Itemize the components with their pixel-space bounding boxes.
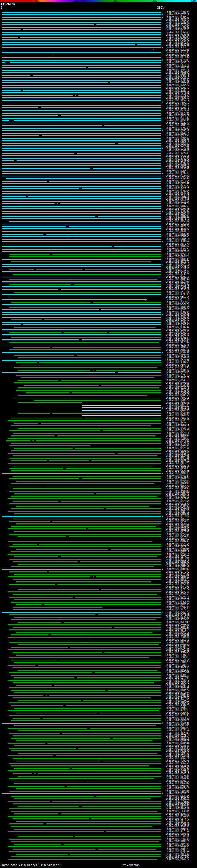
hit-bar-segment[interactable] <box>11 551 161 552</box>
hit-bar-segment[interactable] <box>2 236 161 237</box>
hit-bar-segment[interactable] <box>2 57 161 58</box>
hit-bar-segment[interactable] <box>9 763 161 764</box>
hit-bar-segment[interactable] <box>9 491 161 492</box>
hit-bar-segment[interactable] <box>14 617 161 618</box>
hit-bar-segment[interactable] <box>2 120 9 121</box>
hit-bar-segment[interactable] <box>12 682 154 683</box>
hit-bar-segment[interactable] <box>36 440 161 441</box>
hit-bar-segment[interactable] <box>2 330 161 331</box>
hit-bar-segment[interactable] <box>98 614 161 615</box>
hit-bar-segment[interactable] <box>75 448 161 448</box>
hit-bar-segment[interactable] <box>16 632 153 633</box>
hit-bar-segment[interactable] <box>2 92 161 93</box>
hit-bar-segment[interactable] <box>9 629 161 630</box>
hit-bar-segment[interactable] <box>2 67 86 68</box>
hit-bar-segment[interactable] <box>16 655 162 655</box>
hit-bar-segment[interactable] <box>9 284 71 285</box>
hit-bar-segment[interactable] <box>9 279 157 280</box>
hit-bar-segment[interactable] <box>2 85 161 86</box>
hit-bar-segment[interactable] <box>2 516 161 517</box>
hit-bar-segment[interactable] <box>2 234 43 235</box>
hit-bar-segment[interactable] <box>14 662 161 663</box>
hit-bar-segment[interactable] <box>2 110 161 111</box>
hit-bar-segment[interactable] <box>64 332 107 333</box>
hit-bar-segment[interactable] <box>64 622 161 623</box>
hit-bar-segment[interactable] <box>14 798 151 799</box>
hit-bar-segment[interactable] <box>9 748 76 749</box>
hit-bar-segment[interactable] <box>66 468 162 469</box>
hit-bar-segment[interactable] <box>2 34 161 35</box>
hit-bar-segment[interactable] <box>11 451 161 452</box>
hit-bar-segment[interactable] <box>14 382 161 383</box>
hit-bar-segment[interactable] <box>18 428 161 429</box>
hit-bar-segment[interactable] <box>12 579 161 580</box>
hit-bar-segment[interactable] <box>81 188 161 189</box>
hit-bar-segment[interactable] <box>101 589 161 590</box>
hit-bar-segment[interactable] <box>77 677 162 678</box>
hit-bar-segment[interactable] <box>2 218 161 219</box>
hit-bar-segment[interactable] <box>2 148 161 149</box>
hit-bar-segment[interactable] <box>93 168 161 169</box>
hit-bar-segment[interactable] <box>81 478 161 479</box>
hit-bar-segment[interactable] <box>2 158 161 159</box>
hit-bar-segment[interactable] <box>18 700 81 701</box>
hit-bar-segment[interactable] <box>9 559 161 560</box>
hit-bar-segment[interactable] <box>10 62 161 63</box>
hit-bar-segment[interactable] <box>11 337 161 338</box>
hit-bar-segment[interactable] <box>8 816 161 817</box>
hit-bar-segment[interactable] <box>2 183 161 184</box>
hit-bar-segment[interactable] <box>8 710 159 711</box>
hit-bar-segment[interactable] <box>70 854 161 855</box>
hit-bar-segment[interactable] <box>20 37 161 38</box>
hit-bar-segment[interactable] <box>2 75 30 76</box>
hit-bar-segment[interactable] <box>14 677 74 678</box>
hit-bar-segment[interactable] <box>83 407 161 408</box>
hit-bar-segment[interactable] <box>78 95 161 96</box>
hit-bar-segment[interactable] <box>2 299 145 300</box>
hit-bar-segment[interactable] <box>52 55 161 55</box>
hit-bar-segment[interactable] <box>83 405 161 406</box>
hit-bar-segment[interactable] <box>14 813 58 814</box>
hit-bar-segment[interactable] <box>2 281 161 282</box>
hit-bar-segment[interactable] <box>18 753 157 754</box>
hit-bar-segment[interactable] <box>44 486 161 487</box>
hit-bar-segment[interactable] <box>2 165 161 166</box>
hit-bar-segment[interactable] <box>11 690 105 691</box>
hit-bar-segment[interactable] <box>11 675 161 676</box>
hit-bar-segment[interactable] <box>9 430 100 431</box>
hit-bar-segment[interactable] <box>18 836 73 837</box>
hit-bar-segment[interactable] <box>39 362 161 363</box>
hit-bar-segment[interactable] <box>18 402 83 403</box>
hit-bar-segment[interactable] <box>8 743 45 744</box>
hit-bar-segment[interactable] <box>2 186 161 187</box>
hit-bar-segment[interactable] <box>14 783 161 784</box>
hit-bar-segment[interactable] <box>12 758 161 759</box>
hit-bar-segment[interactable] <box>2 213 161 214</box>
hit-bar-segment[interactable] <box>8 498 161 499</box>
hit-bar-segment[interactable] <box>49 460 89 461</box>
hit-bar-segment[interactable] <box>2 266 161 267</box>
hit-bar-segment[interactable] <box>2 324 21 325</box>
hit-bar-segment[interactable] <box>14 120 161 121</box>
hit-bar-segment[interactable] <box>44 604 161 605</box>
hit-bar-segment[interactable] <box>11 319 42 320</box>
hit-bar-segment[interactable] <box>18 380 58 380</box>
hit-bar-segment[interactable] <box>11 417 83 418</box>
hit-bar-segment[interactable] <box>78 748 161 749</box>
hit-bar-segment[interactable] <box>24 385 99 386</box>
hit-bar-segment[interactable] <box>2 372 115 373</box>
hit-bar-segment[interactable] <box>2 251 161 252</box>
hit-bar-segment[interactable] <box>93 577 94 577</box>
hit-bar-segment[interactable] <box>16 713 97 713</box>
hit-bar-segment[interactable] <box>106 508 162 509</box>
hit-bar-segment[interactable] <box>12 488 161 489</box>
hit-bar-segment[interactable] <box>2 569 161 570</box>
hit-bar-segment[interactable] <box>9 445 91 446</box>
hit-bar-segment[interactable] <box>11 780 84 781</box>
hit-bar-segment[interactable] <box>8 453 115 454</box>
hit-bar-segment[interactable] <box>12 834 161 834</box>
hit-bar-segment[interactable] <box>11 261 151 262</box>
hit-bar-segment[interactable] <box>2 360 161 361</box>
hit-bar-segment[interactable] <box>12 433 161 434</box>
hit-bar-segment[interactable] <box>109 332 161 333</box>
